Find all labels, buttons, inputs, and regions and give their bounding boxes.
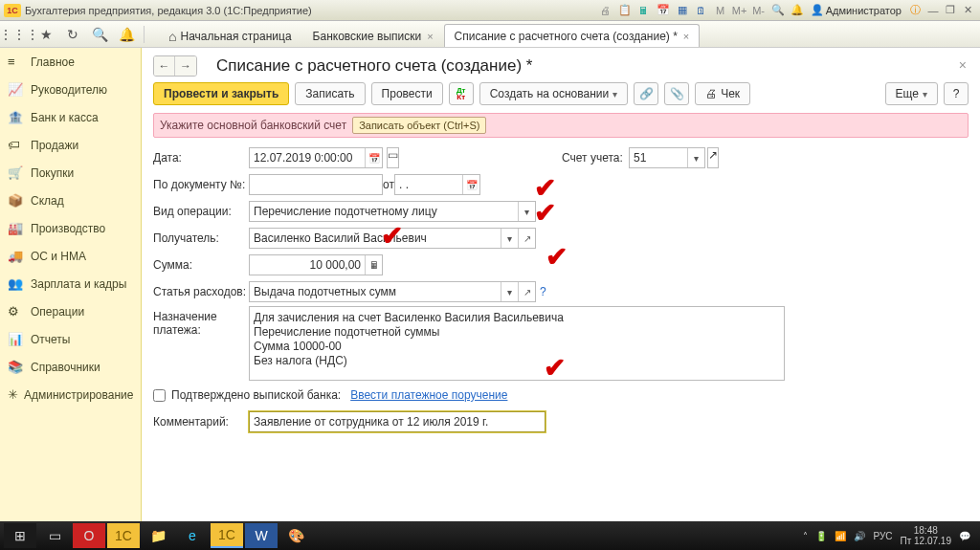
window-minimize-icon[interactable]: — — [924, 4, 942, 17]
tab-current-doc[interactable]: Списание с расчетного счета (создание) *… — [444, 24, 701, 47]
comment-input[interactable]: Заявление от сотрудника от 12 июля 2019 … — [249, 411, 546, 432]
taskbar-app-paint[interactable]: 🎨 — [279, 523, 312, 548]
chevron-down-icon[interactable]: ▾ — [501, 282, 518, 301]
open-ref-icon[interactable]: ↗ — [518, 229, 535, 248]
taskbar-app-1c-active[interactable]: 1C — [211, 523, 243, 548]
account-input[interactable]: 51 ▾ — [629, 147, 705, 168]
system-tray[interactable]: ˄ 🔋 📶 🔊 РУС 18:48 Пт 12.07.19 💬 — [803, 525, 976, 546]
date-extra-button[interactable]: ▭ — [387, 147, 399, 168]
grid-icon[interactable]: ▦ — [675, 3, 690, 18]
sidebar-item-bank[interactable]: 🏦Банк и касса — [0, 103, 141, 131]
purpose-label: Назначение платежа: — [153, 306, 249, 337]
nav-forward-icon[interactable]: → — [175, 56, 196, 76]
help-button[interactable]: ? — [944, 82, 969, 105]
tray-lang[interactable]: РУС — [873, 531, 892, 541]
sidebar-item-reports[interactable]: 📊Отчеты — [0, 325, 141, 353]
nav-back-icon[interactable]: ← — [154, 56, 175, 76]
print-icon[interactable]: 🖨 — [598, 3, 613, 18]
account-label: Счет учета: — [562, 151, 629, 165]
sidebar-item-payroll[interactable]: 👥Зарплата и кадры — [0, 270, 141, 297]
calendar-icon[interactable]: 📅 — [656, 3, 671, 18]
sidebar-item-sales[interactable]: 🏷Продажи — [0, 131, 141, 159]
start-button[interactable]: ⊞ — [4, 523, 36, 548]
windows-taskbar: ⊞ ▭ O 1C 📁 e 1C W 🎨 ˄ 🔋 📶 🔊 РУС 18:48 Пт… — [0, 521, 980, 550]
sidebar-item-manager[interactable]: 📈Руководителю — [0, 76, 141, 103]
post-and-close-button[interactable]: Провести и закрыть — [153, 82, 289, 105]
sum-input[interactable]: 10 000,00 🖩 — [249, 254, 383, 275]
optype-select[interactable]: Перечисление подотчетному лицу ▾ — [249, 201, 536, 222]
calc-icon[interactable]: 🖩 — [365, 255, 382, 275]
chevron-down-icon[interactable]: ▾ — [518, 202, 535, 221]
info-icon[interactable]: ⓘ — [907, 3, 923, 18]
comment-label: Комментарий: — [153, 415, 249, 429]
dk-movements-button[interactable]: ДтКт — [449, 82, 474, 105]
confirmed-checkbox[interactable] — [153, 389, 166, 402]
form-close-icon[interactable]: × — [959, 57, 967, 73]
tray-up-icon[interactable]: ˄ — [803, 531, 808, 541]
purpose-textarea[interactable]: Для зачисления на счет Василенко Василия… — [249, 306, 785, 381]
window-restore-icon[interactable]: ❐ — [942, 4, 959, 17]
taskbar-app-opera[interactable]: O — [73, 523, 105, 548]
sidebar-item-main[interactable]: ≡Главное — [0, 48, 141, 76]
app-logo-icon: 1C — [4, 4, 21, 17]
taskbar-app-explorer[interactable]: 📁 — [142, 523, 174, 548]
m-icon[interactable]: M — [713, 3, 728, 18]
create-based-button[interactable]: Создать на основании▾ — [479, 82, 629, 105]
tab-home[interactable]: Начальная страница — [158, 24, 302, 47]
expense-select[interactable]: Выдача подотчетных сумм ▾ ↗ — [249, 281, 536, 302]
planner-icon[interactable]: 🗓 — [694, 3, 709, 18]
tray-battery-icon[interactable]: 🔋 — [815, 531, 827, 541]
calc-icon[interactable]: 🖩 — [636, 3, 652, 18]
close-icon[interactable]: × — [683, 31, 689, 42]
tray-action-center-icon[interactable]: 💬 — [959, 531, 970, 541]
m-plus-icon[interactable]: M+ — [732, 3, 747, 18]
docnum-input[interactable] — [249, 174, 383, 195]
form-area: × ← → Списание с расчетного счета (созда… — [142, 48, 980, 521]
paste-icon[interactable]: 📋 — [617, 3, 633, 18]
sidebar-item-admin[interactable]: ✳Администрирование — [0, 381, 141, 408]
taskbar-app-1c[interactable]: 1C — [107, 523, 140, 548]
calendar-picker-icon[interactable]: 📅 — [365, 148, 382, 167]
taskbar-app-ie[interactable]: e — [176, 523, 209, 548]
taskbar-app-word[interactable]: W — [245, 523, 278, 548]
sidebar-item-catalogs[interactable]: 📚Справочники — [0, 353, 141, 381]
window-close-icon[interactable]: ✕ — [959, 4, 976, 17]
date-input[interactable]: 12.07.2019 0:00:00 📅 — [249, 147, 383, 168]
chevron-down-icon[interactable]: ▾ — [687, 148, 704, 167]
top-iconbar: ⋮⋮⋮ ★ ↻ 🔍 🔔 Начальная страница Банковски… — [0, 21, 980, 48]
sidebar-item-warehouse[interactable]: 📦Склад — [0, 187, 141, 214]
tray-sound-icon[interactable]: 🔊 — [854, 531, 865, 541]
sidebar-item-operations[interactable]: ⚙Операции — [0, 297, 141, 325]
enter-payment-link[interactable]: Ввести платежное поручение — [350, 388, 507, 402]
sidebar-item-assets[interactable]: 🚚ОС и НМА — [0, 242, 141, 270]
account-open-button[interactable]: ↗ — [707, 147, 719, 168]
sidebar-item-production[interactable]: 🏭Производство — [0, 214, 141, 242]
history-icon[interactable]: ↻ — [61, 25, 84, 44]
calendar-picker-icon[interactable]: 📅 — [462, 175, 479, 194]
payee-select[interactable]: Василенко Василий Васильевич ▾ ↗ — [249, 228, 536, 249]
apps-icon[interactable]: ⋮⋮⋮ — [8, 25, 31, 44]
save-button[interactable]: Записать — [295, 82, 365, 105]
sidebar-item-purchases[interactable]: 🛒Покупки — [0, 159, 141, 187]
star-icon[interactable]: ★ — [34, 25, 57, 44]
post-button[interactable]: Провести — [371, 82, 443, 105]
taskview-icon[interactable]: ▭ — [38, 523, 71, 548]
m-minus-icon[interactable]: M- — [751, 3, 767, 18]
structure-button[interactable]: 🔗 — [634, 82, 658, 105]
search-icon[interactable]: 🔍 — [770, 3, 786, 18]
more-button[interactable]: Еще▾ — [885, 82, 938, 105]
docnum-date-input[interactable]: . . 📅 — [394, 174, 480, 195]
tab-bank-statements[interactable]: Банковские выписки× — [302, 24, 444, 47]
check-print-button[interactable]: 🖨 Чек — [695, 82, 750, 105]
user-label[interactable]: Администратор — [811, 4, 902, 16]
open-ref-icon[interactable]: ↗ — [518, 282, 535, 301]
notifications-icon[interactable]: 🔔 — [115, 25, 138, 44]
expense-help-icon[interactable]: ? — [540, 285, 546, 298]
tray-wifi-icon[interactable]: 📶 — [835, 531, 846, 541]
tray-clock[interactable]: 18:48 Пт 12.07.19 — [901, 525, 951, 546]
close-icon[interactable]: × — [427, 31, 433, 42]
attach-button[interactable]: 📎 — [664, 82, 689, 105]
search-panel-icon[interactable]: 🔍 — [88, 25, 111, 44]
chevron-down-icon[interactable]: ▾ — [501, 229, 518, 248]
bell-icon[interactable]: 🔔 — [790, 3, 805, 18]
